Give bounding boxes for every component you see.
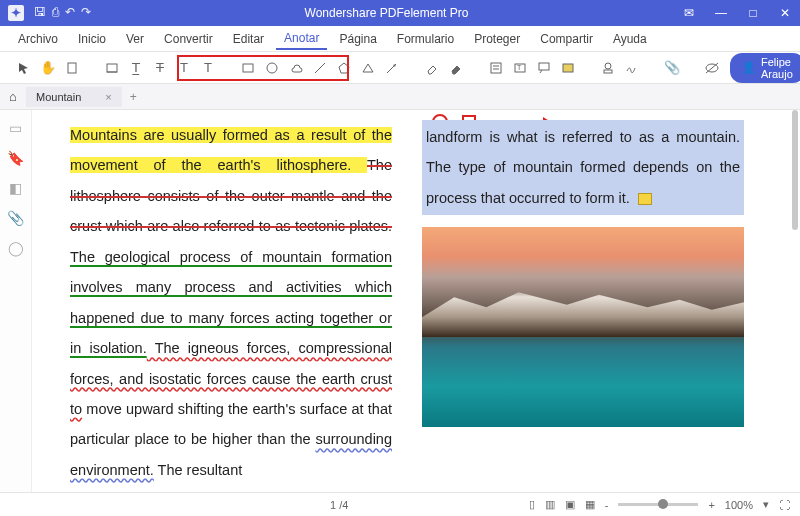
svg-point-4 bbox=[267, 63, 277, 73]
view-single-icon[interactable]: ▯ bbox=[529, 498, 535, 511]
workspace: ▭ 🔖 ◧ 📎 ◯ Mountains are usually formed a… bbox=[0, 110, 800, 492]
zoom-in-icon[interactable]: + bbox=[708, 499, 714, 511]
svg-rect-0 bbox=[68, 63, 76, 73]
plain-text-2[interactable]: The resultant bbox=[154, 462, 242, 478]
view-continuous-icon[interactable]: ▥ bbox=[545, 498, 555, 511]
note-icon[interactable] bbox=[486, 58, 506, 78]
app-title: Wondershare PDFelement Pro bbox=[99, 6, 674, 20]
area-highlight-box[interactable]: landform is what is referred to as a mou… bbox=[422, 120, 744, 215]
svg-marker-6 bbox=[339, 63, 349, 73]
triangle-shape-icon[interactable] bbox=[358, 58, 378, 78]
highlighted-text[interactable]: Mountains are usually formed as a result… bbox=[70, 127, 392, 173]
close-icon[interactable]: ✕ bbox=[770, 6, 800, 20]
notify-icon[interactable]: ✉ bbox=[674, 6, 704, 20]
user-avatar-icon: 👤 bbox=[742, 61, 756, 74]
zoom-dropdown-icon[interactable]: ▾ bbox=[763, 498, 769, 511]
cloud-shape-icon[interactable] bbox=[286, 58, 306, 78]
zoom-slider[interactable] bbox=[618, 503, 698, 506]
home-tab-icon[interactable]: ⌂ bbox=[0, 89, 26, 104]
caret-tool-icon[interactable]: T bbox=[198, 58, 218, 78]
view-dual-icon[interactable]: ▦ bbox=[585, 498, 595, 511]
arrow-shape-icon[interactable] bbox=[382, 58, 402, 78]
menu-compartir[interactable]: Compartir bbox=[532, 29, 601, 49]
undo-icon[interactable]: ↶ bbox=[65, 5, 75, 21]
hide-annotations-icon[interactable] bbox=[702, 58, 722, 78]
layers-icon[interactable]: ◧ bbox=[9, 180, 22, 196]
user-name: Felipe Araujo bbox=[761, 56, 793, 80]
strike-tool-icon[interactable]: T bbox=[150, 58, 170, 78]
rectangle-shape-icon[interactable] bbox=[238, 58, 258, 78]
new-tab-icon[interactable]: + bbox=[122, 90, 145, 104]
attachments-panel-icon[interactable]: 📎 bbox=[7, 210, 24, 226]
annotate-toolbar: ✋ T̲ T T T T 📎 👤 bbox=[0, 52, 800, 84]
redo-icon[interactable]: ↷ bbox=[81, 5, 91, 21]
svg-rect-1 bbox=[107, 64, 117, 72]
status-bar: 1 /4 ▯ ▥ ▣ ▦ - + 100% ▾ ⛶ bbox=[0, 492, 800, 516]
svg-rect-17 bbox=[563, 64, 573, 72]
circle-shape-icon[interactable] bbox=[262, 58, 282, 78]
menu-convertir[interactable]: Convertir bbox=[156, 29, 221, 49]
vertical-scrollbar[interactable] bbox=[792, 110, 798, 230]
document-canvas[interactable]: Mountains are usually formed as a result… bbox=[32, 110, 800, 492]
zoom-out-icon[interactable]: - bbox=[605, 499, 609, 511]
menu-archivo[interactable]: Archivo bbox=[10, 29, 66, 49]
svg-line-5 bbox=[315, 63, 325, 73]
page-indicator[interactable]: 1 /4 bbox=[330, 499, 348, 511]
polygon-shape-icon[interactable] bbox=[334, 58, 354, 78]
menu-ayuda[interactable]: Ayuda bbox=[605, 29, 655, 49]
title-bar: ✦ 🖫 ⎙ ↶ ↷ Wondershare PDFelement Pro ✉ ―… bbox=[0, 0, 800, 26]
thumbnails-icon[interactable]: ▭ bbox=[9, 120, 22, 136]
textselect-tool-icon[interactable] bbox=[62, 58, 82, 78]
highlight-tool-icon[interactable] bbox=[102, 58, 122, 78]
hand-tool-icon[interactable]: ✋ bbox=[38, 58, 58, 78]
select-tool-icon[interactable] bbox=[14, 58, 34, 78]
callout-icon[interactable] bbox=[534, 58, 554, 78]
menu-ver[interactable]: Ver bbox=[118, 29, 152, 49]
svg-rect-19 bbox=[604, 70, 612, 73]
eraser2-icon[interactable] bbox=[446, 58, 466, 78]
svg-marker-7 bbox=[363, 64, 373, 72]
user-button[interactable]: 👤 Felipe Araujo bbox=[730, 53, 800, 83]
save-icon[interactable]: 🖫 bbox=[34, 5, 46, 21]
view-facing-icon[interactable]: ▣ bbox=[565, 498, 575, 511]
menu-pagina[interactable]: Página bbox=[331, 29, 384, 49]
shapes-group bbox=[232, 58, 408, 78]
menu-editar[interactable]: Editar bbox=[225, 29, 272, 49]
document-tab-bar: ⌂ Mountain × + bbox=[0, 84, 800, 110]
svg-rect-15 bbox=[539, 63, 549, 70]
svg-rect-10 bbox=[491, 63, 501, 73]
line-shape-icon[interactable] bbox=[310, 58, 330, 78]
menu-formulario[interactable]: Formulario bbox=[389, 29, 462, 49]
menu-bar: Archivo Inicio Ver Convertir Editar Anot… bbox=[0, 26, 800, 52]
attachment-icon[interactable]: 📎 bbox=[662, 58, 682, 78]
menu-anotar[interactable]: Anotar bbox=[276, 28, 327, 50]
fullscreen-icon[interactable]: ⛶ bbox=[779, 499, 790, 511]
text-column-1: Mountains are usually formed as a result… bbox=[70, 120, 392, 485]
maximize-icon[interactable]: □ bbox=[738, 6, 768, 20]
tab-label: Mountain bbox=[36, 91, 81, 103]
underline-tool-icon[interactable]: T̲ bbox=[126, 58, 146, 78]
mountain-image bbox=[422, 227, 744, 427]
text-column-2: landform is what is referred to as a mou… bbox=[422, 120, 744, 485]
svg-point-18 bbox=[605, 63, 611, 69]
print-icon[interactable]: ⎙ bbox=[52, 5, 59, 21]
sticky-note-icon[interactable] bbox=[638, 193, 652, 205]
signature-icon[interactable] bbox=[622, 58, 642, 78]
document-tab[interactable]: Mountain × bbox=[26, 87, 122, 107]
tab-close-icon[interactable]: × bbox=[105, 91, 111, 103]
eraser-icon[interactable] bbox=[422, 58, 442, 78]
menu-inicio[interactable]: Inicio bbox=[70, 29, 114, 49]
app-logo-icon: ✦ bbox=[8, 5, 24, 21]
area-highlight-icon[interactable] bbox=[558, 58, 578, 78]
squiggle-tool-icon[interactable]: T bbox=[174, 58, 194, 78]
svg-text:T: T bbox=[517, 64, 522, 71]
stamp-icon[interactable] bbox=[598, 58, 618, 78]
bookmarks-icon[interactable]: 🔖 bbox=[7, 150, 24, 166]
minimize-icon[interactable]: ― bbox=[706, 6, 736, 20]
left-sidebar: ▭ 🔖 ◧ 📎 ◯ bbox=[0, 110, 32, 492]
svg-rect-3 bbox=[243, 64, 253, 72]
comments-icon[interactable]: ◯ bbox=[8, 240, 24, 256]
textbox-icon[interactable]: T bbox=[510, 58, 530, 78]
zoom-value[interactable]: 100% bbox=[725, 499, 753, 511]
menu-proteger[interactable]: Proteger bbox=[466, 29, 528, 49]
